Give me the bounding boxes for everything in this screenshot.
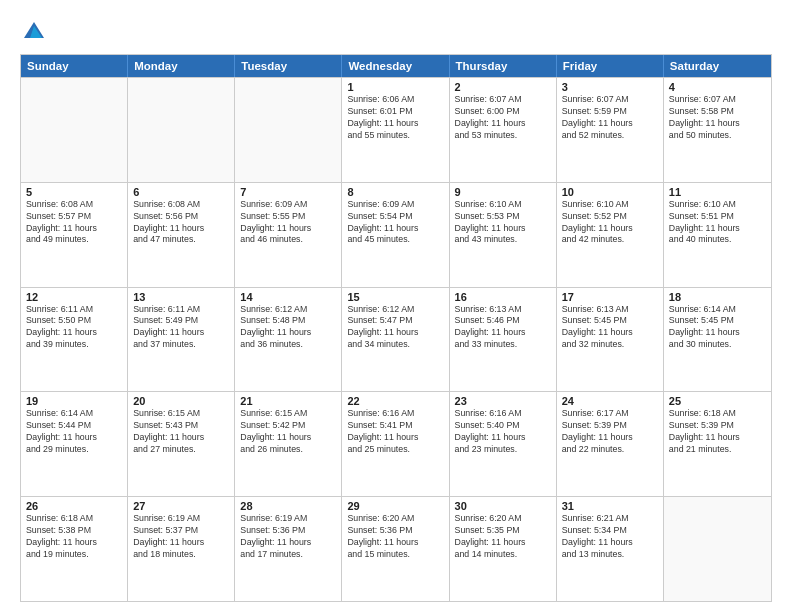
day-info: Sunrise: 6:21 AM Sunset: 5:34 PM Dayligh…: [562, 513, 658, 561]
day-info: Sunrise: 6:12 AM Sunset: 5:47 PM Dayligh…: [347, 304, 443, 352]
day-number: 19: [26, 395, 122, 407]
day-number: 30: [455, 500, 551, 512]
calendar-cell: 10Sunrise: 6:10 AM Sunset: 5:52 PM Dayli…: [557, 183, 664, 287]
calendar-cell: 25Sunrise: 6:18 AM Sunset: 5:39 PM Dayli…: [664, 392, 771, 496]
calendar-cell: 11Sunrise: 6:10 AM Sunset: 5:51 PM Dayli…: [664, 183, 771, 287]
day-number: 10: [562, 186, 658, 198]
calendar-cell: 13Sunrise: 6:11 AM Sunset: 5:49 PM Dayli…: [128, 288, 235, 392]
calendar-cell: 15Sunrise: 6:12 AM Sunset: 5:47 PM Dayli…: [342, 288, 449, 392]
calendar-cell: 23Sunrise: 6:16 AM Sunset: 5:40 PM Dayli…: [450, 392, 557, 496]
day-number: 24: [562, 395, 658, 407]
day-header: Monday: [128, 55, 235, 77]
calendar-cell: 3Sunrise: 6:07 AM Sunset: 5:59 PM Daylig…: [557, 78, 664, 182]
day-info: Sunrise: 6:07 AM Sunset: 6:00 PM Dayligh…: [455, 94, 551, 142]
calendar-cell: 2Sunrise: 6:07 AM Sunset: 6:00 PM Daylig…: [450, 78, 557, 182]
day-info: Sunrise: 6:09 AM Sunset: 5:54 PM Dayligh…: [347, 199, 443, 247]
calendar-cell: 20Sunrise: 6:15 AM Sunset: 5:43 PM Dayli…: [128, 392, 235, 496]
day-number: 28: [240, 500, 336, 512]
day-number: 15: [347, 291, 443, 303]
calendar-row: 5Sunrise: 6:08 AM Sunset: 5:57 PM Daylig…: [21, 182, 771, 287]
calendar-cell: 29Sunrise: 6:20 AM Sunset: 5:36 PM Dayli…: [342, 497, 449, 601]
day-info: Sunrise: 6:15 AM Sunset: 5:43 PM Dayligh…: [133, 408, 229, 456]
calendar-cell: 30Sunrise: 6:20 AM Sunset: 5:35 PM Dayli…: [450, 497, 557, 601]
day-info: Sunrise: 6:07 AM Sunset: 5:58 PM Dayligh…: [669, 94, 766, 142]
calendar-cell: 9Sunrise: 6:10 AM Sunset: 5:53 PM Daylig…: [450, 183, 557, 287]
day-number: 22: [347, 395, 443, 407]
day-header: Friday: [557, 55, 664, 77]
day-info: Sunrise: 6:10 AM Sunset: 5:51 PM Dayligh…: [669, 199, 766, 247]
calendar-cell: 19Sunrise: 6:14 AM Sunset: 5:44 PM Dayli…: [21, 392, 128, 496]
day-header: Sunday: [21, 55, 128, 77]
calendar-body: 1Sunrise: 6:06 AM Sunset: 6:01 PM Daylig…: [21, 77, 771, 601]
day-info: Sunrise: 6:20 AM Sunset: 5:35 PM Dayligh…: [455, 513, 551, 561]
day-info: Sunrise: 6:13 AM Sunset: 5:46 PM Dayligh…: [455, 304, 551, 352]
day-number: 31: [562, 500, 658, 512]
day-header: Wednesday: [342, 55, 449, 77]
day-number: 2: [455, 81, 551, 93]
day-info: Sunrise: 6:18 AM Sunset: 5:38 PM Dayligh…: [26, 513, 122, 561]
day-number: 18: [669, 291, 766, 303]
day-header: Saturday: [664, 55, 771, 77]
day-info: Sunrise: 6:11 AM Sunset: 5:50 PM Dayligh…: [26, 304, 122, 352]
day-number: 26: [26, 500, 122, 512]
day-info: Sunrise: 6:11 AM Sunset: 5:49 PM Dayligh…: [133, 304, 229, 352]
day-info: Sunrise: 6:14 AM Sunset: 5:45 PM Dayligh…: [669, 304, 766, 352]
day-number: 21: [240, 395, 336, 407]
day-number: 13: [133, 291, 229, 303]
day-header: Tuesday: [235, 55, 342, 77]
calendar-cell: 26Sunrise: 6:18 AM Sunset: 5:38 PM Dayli…: [21, 497, 128, 601]
day-number: 8: [347, 186, 443, 198]
calendar-cell: 22Sunrise: 6:16 AM Sunset: 5:41 PM Dayli…: [342, 392, 449, 496]
calendar-cell: 6Sunrise: 6:08 AM Sunset: 5:56 PM Daylig…: [128, 183, 235, 287]
day-info: Sunrise: 6:16 AM Sunset: 5:41 PM Dayligh…: [347, 408, 443, 456]
calendar-cell: 4Sunrise: 6:07 AM Sunset: 5:58 PM Daylig…: [664, 78, 771, 182]
calendar-cell: [21, 78, 128, 182]
day-number: 27: [133, 500, 229, 512]
calendar-cell: 27Sunrise: 6:19 AM Sunset: 5:37 PM Dayli…: [128, 497, 235, 601]
day-info: Sunrise: 6:18 AM Sunset: 5:39 PM Dayligh…: [669, 408, 766, 456]
day-number: 12: [26, 291, 122, 303]
day-info: Sunrise: 6:07 AM Sunset: 5:59 PM Dayligh…: [562, 94, 658, 142]
day-info: Sunrise: 6:20 AM Sunset: 5:36 PM Dayligh…: [347, 513, 443, 561]
calendar-row: 12Sunrise: 6:11 AM Sunset: 5:50 PM Dayli…: [21, 287, 771, 392]
day-info: Sunrise: 6:13 AM Sunset: 5:45 PM Dayligh…: [562, 304, 658, 352]
day-number: 23: [455, 395, 551, 407]
day-number: 3: [562, 81, 658, 93]
calendar-cell: 1Sunrise: 6:06 AM Sunset: 6:01 PM Daylig…: [342, 78, 449, 182]
calendar-cell: 21Sunrise: 6:15 AM Sunset: 5:42 PM Dayli…: [235, 392, 342, 496]
header: [20, 18, 772, 46]
day-info: Sunrise: 6:19 AM Sunset: 5:37 PM Dayligh…: [133, 513, 229, 561]
day-info: Sunrise: 6:08 AM Sunset: 5:57 PM Dayligh…: [26, 199, 122, 247]
day-number: 11: [669, 186, 766, 198]
day-number: 20: [133, 395, 229, 407]
day-number: 25: [669, 395, 766, 407]
day-number: 17: [562, 291, 658, 303]
day-info: Sunrise: 6:17 AM Sunset: 5:39 PM Dayligh…: [562, 408, 658, 456]
calendar-cell: [128, 78, 235, 182]
calendar: SundayMondayTuesdayWednesdayThursdayFrid…: [20, 54, 772, 602]
logo: [20, 18, 52, 46]
calendar-row: 26Sunrise: 6:18 AM Sunset: 5:38 PM Dayli…: [21, 496, 771, 601]
day-number: 5: [26, 186, 122, 198]
calendar-cell: 8Sunrise: 6:09 AM Sunset: 5:54 PM Daylig…: [342, 183, 449, 287]
day-number: 29: [347, 500, 443, 512]
calendar-cell: 16Sunrise: 6:13 AM Sunset: 5:46 PM Dayli…: [450, 288, 557, 392]
day-info: Sunrise: 6:12 AM Sunset: 5:48 PM Dayligh…: [240, 304, 336, 352]
calendar-cell: 12Sunrise: 6:11 AM Sunset: 5:50 PM Dayli…: [21, 288, 128, 392]
day-info: Sunrise: 6:10 AM Sunset: 5:53 PM Dayligh…: [455, 199, 551, 247]
day-number: 16: [455, 291, 551, 303]
calendar-row: 19Sunrise: 6:14 AM Sunset: 5:44 PM Dayli…: [21, 391, 771, 496]
day-info: Sunrise: 6:09 AM Sunset: 5:55 PM Dayligh…: [240, 199, 336, 247]
day-info: Sunrise: 6:15 AM Sunset: 5:42 PM Dayligh…: [240, 408, 336, 456]
page: SundayMondayTuesdayWednesdayThursdayFrid…: [0, 0, 792, 612]
day-number: 4: [669, 81, 766, 93]
day-info: Sunrise: 6:06 AM Sunset: 6:01 PM Dayligh…: [347, 94, 443, 142]
calendar-cell: 7Sunrise: 6:09 AM Sunset: 5:55 PM Daylig…: [235, 183, 342, 287]
calendar-cell: 28Sunrise: 6:19 AM Sunset: 5:36 PM Dayli…: [235, 497, 342, 601]
calendar-cell: 24Sunrise: 6:17 AM Sunset: 5:39 PM Dayli…: [557, 392, 664, 496]
calendar-cell: 18Sunrise: 6:14 AM Sunset: 5:45 PM Dayli…: [664, 288, 771, 392]
day-info: Sunrise: 6:19 AM Sunset: 5:36 PM Dayligh…: [240, 513, 336, 561]
day-number: 6: [133, 186, 229, 198]
calendar-cell: 5Sunrise: 6:08 AM Sunset: 5:57 PM Daylig…: [21, 183, 128, 287]
day-number: 1: [347, 81, 443, 93]
